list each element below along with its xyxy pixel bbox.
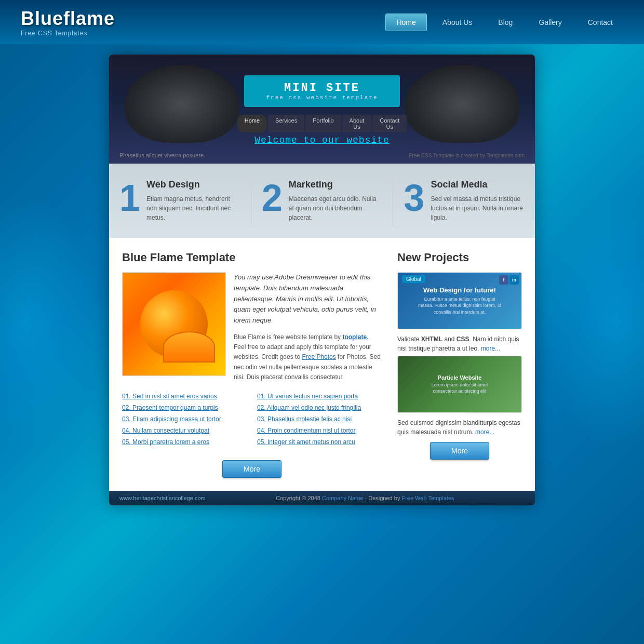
list-item-r3: 03. Phasellus molestie felis ac nisi — [257, 415, 382, 423]
hero-title: MINI SITE — [254, 82, 390, 95]
project1-label: Global — [402, 275, 425, 283]
project2-text: Sed euismod dignissim blanditturpis eges… — [397, 419, 520, 436]
main-container: MINI SITE free css website template Home… — [109, 55, 535, 505]
list-link-r3[interactable]: 03. Phasellus molestie felis ac nisi — [257, 415, 352, 423]
glow-right — [540, 192, 644, 452]
hero-nav-contact[interactable]: Contact Us — [372, 115, 407, 132]
list-item-r1: 01. Ut varius lectus nec sapien porta — [257, 393, 382, 400]
project1-subtext: Curabitur a ante tellus, non feugiatmass… — [418, 296, 501, 316]
feature-2-title: Marketing — [289, 179, 383, 190]
orange-image — [122, 272, 226, 376]
project1-image: Global f in Web Design for future! Curab… — [397, 272, 522, 329]
feature-1-title: Web Design — [146, 179, 240, 190]
hero-box: MINI SITE free css website template — [244, 75, 400, 107]
main-nav: Home About Us Blog Gallery Contact — [385, 14, 623, 31]
list-item-r5: 05. Integer sit amet metus non arcu — [257, 438, 382, 446]
left-column: Blue Flame Template You may use Adobe Dr… — [122, 251, 382, 478]
normal-text-1: Blue Flame is free website template by — [234, 333, 342, 341]
article-italic-para: You may use Adobe Dreamweaver to edit th… — [234, 272, 382, 326]
feature-1-desc: Etiam magna metus, hendrerit non aliquam… — [146, 194, 240, 222]
facebook-icon: f — [499, 275, 508, 285]
footer: www.heritagechristiancollege.com Copyrig… — [109, 491, 535, 505]
list-item-l4: 04. Nullam consectetur volutpat — [122, 427, 247, 434]
left-more-button[interactable]: More — [222, 460, 281, 478]
italic-text: You may use Adobe Dreamweaver to edit th… — [234, 273, 376, 324]
project1-social-icons: f in — [499, 275, 519, 285]
right-more-btn-container: More — [397, 442, 522, 460]
article-content: You may use Adobe Dreamweaver to edit th… — [122, 272, 382, 382]
feature-3-content: Social Media Sed vel massa id metus tris… — [431, 179, 525, 222]
more-btn-left-container: More — [122, 460, 382, 478]
project2-headline: Particle Website — [432, 374, 488, 381]
list-right: 01. Ut varius lectus nec sapien porta 02… — [257, 393, 382, 450]
nav-blog[interactable]: Blog — [488, 14, 523, 31]
list-link-r2[interactable]: 02. Aliquam vel odio nec justo fringilla — [257, 404, 361, 411]
feature-social: 3 Social Media Sed vel massa id metus tr… — [393, 174, 535, 227]
nav-gallery[interactable]: Gallery — [528, 14, 572, 31]
hero-bottom-text: Phasellus aliquet viverra posuere. — [119, 152, 205, 158]
list-left: 01. Sed in nisl sit amet eros varius 02.… — [122, 393, 247, 450]
project1-more-link[interactable]: more... — [481, 345, 500, 352]
project2-subtext: Lorem ipsum dolor sit ametconsectetur ad… — [432, 382, 488, 394]
hero-welcome: Welcome to our website — [254, 135, 390, 145]
logo-subtitle: Free CSS Templates — [21, 30, 115, 37]
list-link-r5[interactable]: 05. Integer sit amet metus non arcu — [257, 438, 355, 446]
feature-webdesign: 1 Web Design Etiam magna metus, hendreri… — [109, 174, 251, 227]
list-item-l1: 01. Sed in nisl sit amet eros varius — [122, 393, 247, 400]
feature-1-content: Web Design Etiam magna metus, hendrerit … — [146, 179, 240, 222]
content-area: Blue Flame Template You may use Adobe Dr… — [109, 238, 535, 491]
nav-home[interactable]: Home — [385, 14, 426, 31]
hero-nav-portfolio[interactable]: Portfolio — [305, 115, 341, 132]
feature-marketing: 2 Marketing Maecenas eget arcu odio. Nul… — [251, 174, 394, 227]
feature-2-desc: Maecenas eget arcu odio. Nulla at quam n… — [289, 194, 383, 222]
list-link-l4[interactable]: 04. Nullam consectetur volutpat — [122, 427, 209, 434]
list-link-l2[interactable]: 02. Praesent tempor quam a turpis — [122, 404, 218, 411]
designed-text: - Designed by — [363, 495, 401, 501]
list-link-l3[interactable]: 03. Etiam adipiscing massa ut tortor — [122, 415, 221, 423]
designer-link[interactable]: Free Web Templates — [401, 495, 454, 501]
xhtml-text: XHTML — [421, 336, 442, 343]
nav-contact[interactable]: Contact — [578, 14, 623, 31]
logo-title: Blueflame — [21, 8, 115, 30]
right-section-title: New Projects — [397, 251, 522, 264]
linkedin-icon: in — [509, 275, 519, 285]
hero-bottom-right: Free CSS Template is created by Template… — [409, 153, 525, 158]
nav-about[interactable]: About Us — [432, 14, 483, 31]
project1-headline: Web Design for future! — [418, 286, 501, 294]
list-item-l5: 05. Morbi pharetra lorem a eros — [122, 438, 247, 446]
feature-3-title: Social Media — [431, 179, 525, 190]
list-item-l3: 03. Etiam adipiscing massa ut tortor — [122, 415, 247, 423]
hero-car-left — [125, 65, 239, 143]
list-link-r4[interactable]: 04. Proin condimentum nisl ut tortor — [257, 427, 355, 434]
lists-row: 01. Sed in nisl sit amet eros varius 02.… — [122, 393, 382, 450]
project2-image: Particle Website Lorem ipsum dolor sit a… — [397, 356, 522, 413]
tooplate-link[interactable]: tooplate — [342, 333, 367, 341]
feature-2-content: Marketing Maecenas eget arcu odio. Nulla… — [289, 179, 383, 222]
list-link-l5[interactable]: 05. Morbi pharetra lorem a eros — [122, 438, 209, 446]
hero-nav-home[interactable]: Home — [237, 115, 267, 132]
free-photos-link[interactable]: Free Photos — [302, 353, 336, 360]
header: Blueflame Free CSS Templates Home About … — [0, 0, 644, 44]
logo: Blueflame Free CSS Templates — [21, 8, 115, 37]
css-text: CSS — [457, 336, 469, 343]
right-column: New Projects Global f in Web Design for … — [397, 251, 522, 478]
project2-content: Particle Website Lorem ipsum dolor sit a… — [429, 372, 491, 397]
hero-center: MINI SITE free css website template Home… — [244, 75, 400, 132]
hero-nav-services[interactable]: Services — [268, 115, 304, 132]
list-item-r2: 02. Aliquam vel odio nec justo fringilla — [257, 404, 382, 411]
list-item-l2: 02. Praesent tempor quam a turpis — [122, 404, 247, 411]
footer-website: www.heritagechristiancollege.com — [119, 495, 206, 501]
hero-nav-about[interactable]: About Us — [342, 115, 372, 132]
hero-subtitle: free css website template — [254, 95, 390, 101]
project1-desc: Validate XHTML and CSS. Nam id nibh quis… — [397, 334, 522, 353]
list-link-l1[interactable]: 01. Sed in nisl sit amet eros varius — [122, 393, 217, 400]
list-item-r4: 04. Proin condimentum nisl ut tortor — [257, 427, 382, 434]
list-link-r1[interactable]: 01. Ut varius lectus nec sapien porta — [257, 393, 358, 400]
glow-left — [0, 192, 104, 452]
company-link[interactable]: Company Name — [322, 495, 363, 501]
project2-more-link[interactable]: more... — [475, 428, 494, 436]
hero-car-right — [405, 65, 519, 143]
article-normal-para: Blue Flame is free website template by t… — [234, 332, 382, 382]
right-more-button[interactable]: More — [430, 442, 489, 460]
copyright-text: Copyright © 2048 — [276, 495, 322, 501]
